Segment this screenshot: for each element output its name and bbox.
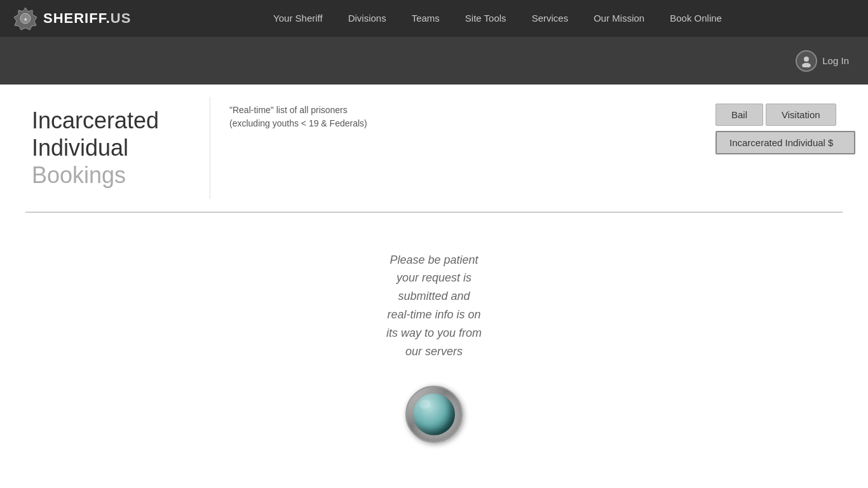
user-avatar-icon bbox=[796, 50, 817, 72]
content-section: IncarceratedIndividual Bookings "Real-ti… bbox=[0, 85, 868, 212]
login-area[interactable]: Log In bbox=[796, 50, 849, 72]
header: ★ SHERIFF.US Your Sheriff Divisions Team… bbox=[0, 0, 868, 85]
svg-point-4 bbox=[802, 63, 811, 67]
svg-point-3 bbox=[804, 57, 809, 62]
logo-sheriff: SHERIFF. bbox=[43, 10, 111, 26]
navbar: ★ SHERIFF.US Your Sheriff Divisions Team… bbox=[0, 0, 868, 37]
logo-text: SHERIFF.US bbox=[43, 10, 131, 27]
incarcerated-individual-button[interactable]: Incarcerated Individual $ bbox=[715, 131, 855, 154]
svg-text:★: ★ bbox=[24, 17, 28, 22]
nav-site-tools[interactable]: Site Tools bbox=[452, 1, 519, 36]
bail-button[interactable]: Bail bbox=[715, 104, 763, 126]
subtitle-text: "Real-time" list of all prisoners (exclu… bbox=[229, 104, 684, 130]
second-bar: Log In bbox=[0, 37, 868, 85]
login-label[interactable]: Log In bbox=[822, 55, 849, 66]
nav-divisions[interactable]: Divisions bbox=[336, 1, 399, 36]
sheriff-badge-icon: ★ bbox=[13, 6, 38, 31]
globe-inner bbox=[413, 393, 455, 435]
nav-book-online[interactable]: Book Online bbox=[657, 1, 735, 36]
page-body: IncarceratedIndividual Bookings "Real-ti… bbox=[0, 85, 868, 481]
globe-outer bbox=[405, 386, 463, 443]
action-buttons: Bail Visitation bbox=[715, 104, 855, 126]
nav-our-mission[interactable]: Our Mission bbox=[581, 1, 657, 36]
visitation-button[interactable]: Visitation bbox=[766, 104, 836, 126]
subtitle-line1: "Real-time" list of all prisoners bbox=[229, 105, 348, 115]
left-panel: IncarceratedIndividual Bookings bbox=[0, 97, 210, 199]
bookings-highlight: Bookings bbox=[32, 162, 126, 188]
logo-us: US bbox=[111, 10, 132, 26]
nav-your-sheriff[interactable]: Your Sheriff bbox=[261, 1, 336, 36]
nav-teams[interactable]: Teams bbox=[399, 1, 452, 36]
middle-panel: "Real-time" list of all prisoners (exclu… bbox=[210, 97, 703, 199]
nav-links: Your Sheriff Divisions Teams Site Tools … bbox=[140, 1, 855, 36]
loading-spinner bbox=[405, 386, 463, 443]
nav-services[interactable]: Services bbox=[519, 1, 581, 36]
loading-message: Please be patient your request is submit… bbox=[386, 251, 482, 361]
loading-section: Please be patient your request is submit… bbox=[0, 213, 868, 482]
logo-area[interactable]: ★ SHERIFF.US bbox=[13, 6, 140, 31]
subtitle-line2: (excluding youths < 19 & Federals) bbox=[229, 118, 367, 128]
page-title: IncarceratedIndividual Bookings bbox=[32, 107, 184, 189]
right-panel: Bail Visitation Incarcerated Individual … bbox=[703, 97, 868, 199]
